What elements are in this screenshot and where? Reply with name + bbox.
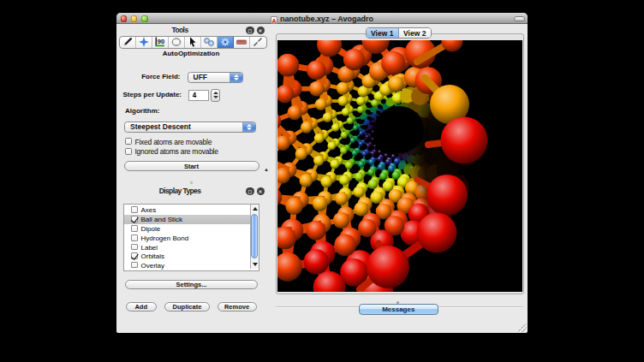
svg-text:90: 90	[158, 38, 164, 45]
